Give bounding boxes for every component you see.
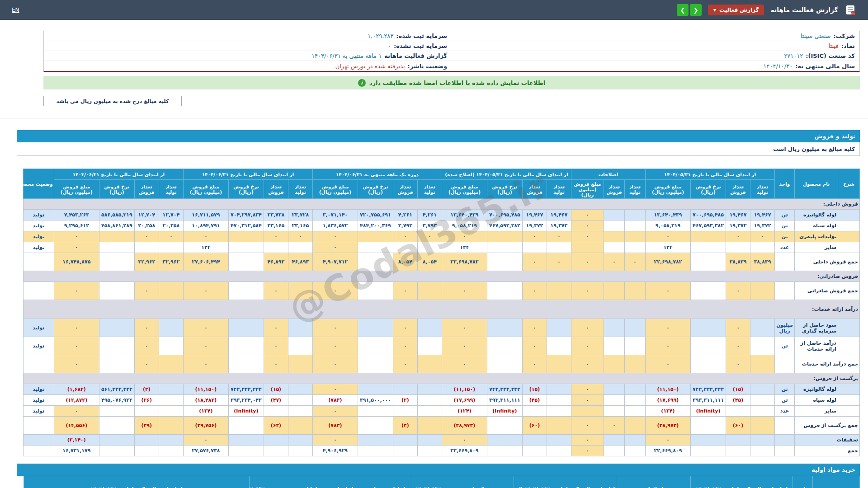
table-cell: ۱,۸۳۶,۵۷۲ bbox=[312, 221, 358, 231]
table-cell bbox=[358, 446, 393, 456]
table-cell: ۲۰,۲۵۸ bbox=[159, 221, 183, 231]
table-cell bbox=[417, 406, 442, 417]
table-cell: ۰ bbox=[312, 242, 358, 253]
table-cell bbox=[604, 319, 624, 337]
table-cell: عدد bbox=[775, 406, 795, 417]
table-cell: (۱۷,۶۹۹) bbox=[645, 395, 690, 406]
table-cell bbox=[604, 406, 624, 417]
info-value: فپنتا bbox=[829, 42, 839, 49]
table-cell bbox=[358, 242, 393, 253]
horizontal-divider bbox=[0, 118, 868, 118]
table-cell bbox=[264, 242, 288, 253]
report-type-button[interactable]: گزارش فعالیت ▾ bbox=[708, 5, 764, 15]
table-cell bbox=[134, 446, 159, 456]
table-cell bbox=[99, 446, 134, 456]
table-cell: ۰ bbox=[442, 355, 487, 373]
table-cell: ۰ bbox=[312, 282, 358, 300]
table-cell bbox=[264, 435, 288, 446]
table-cell: ۲۲,۶۶۹,۸۰۹ bbox=[645, 446, 690, 456]
column-subheader: تعداد فروش bbox=[726, 180, 750, 199]
column-subheader: تعداد فروش bbox=[264, 180, 288, 199]
row-discounts: تخفیفات۰۰۰۰۰(۳,۱۴۰) bbox=[23, 435, 859, 446]
table-cell: فروش داخلی: bbox=[23, 199, 859, 210]
table-cell bbox=[775, 355, 795, 373]
info-value: صنعتي سپنتا bbox=[801, 33, 831, 39]
table-cell: سایر bbox=[795, 406, 838, 417]
table-cell: ۰ bbox=[726, 231, 750, 242]
table-cell: ۰ bbox=[522, 231, 547, 242]
table-cell: ۰ bbox=[264, 337, 288, 355]
table-cell: لوله سیاه bbox=[795, 395, 838, 406]
table-cell: ۹,۰۵۸,۲۱۹ bbox=[645, 221, 690, 231]
column-subheader: مبلغ فروش (میلیون ریال) bbox=[54, 180, 99, 199]
info-label: سرمایه ثبت شده: bbox=[396, 33, 447, 39]
table-cell: ۰ bbox=[750, 231, 775, 242]
table-cell bbox=[604, 210, 624, 221]
table-cell: ۲۳,۷۲۸ bbox=[288, 210, 312, 221]
column-header: نام محصول bbox=[795, 169, 838, 199]
column-subheader: تعداد تولید bbox=[547, 180, 571, 199]
info-label: شرکت: bbox=[834, 33, 855, 39]
banner-text: اطلاعات نمایش داده شده با اطلاعات امضا ش… bbox=[369, 80, 546, 86]
column-subheader: تعداد تولید bbox=[750, 180, 775, 199]
table-cell bbox=[358, 435, 393, 446]
table-cell bbox=[23, 446, 54, 456]
table-cell: ۲۲,۶۹۸,۷۸۲ bbox=[442, 253, 487, 271]
table-cell: ۱۹,۴۶۷ bbox=[522, 210, 547, 221]
table-cell: ۴,۲۶۱ bbox=[393, 210, 417, 221]
section-row-export-sales: فروش صادراتی: bbox=[23, 271, 859, 282]
table-cell bbox=[393, 406, 417, 417]
table-cell: (۱۵) bbox=[264, 384, 288, 395]
table-cell bbox=[99, 253, 134, 271]
info-label: وضعیت ناشر: bbox=[408, 63, 447, 70]
table-cell bbox=[624, 406, 645, 417]
table-cell: ۳۸,۸۳۹ bbox=[726, 253, 750, 271]
table-cell: ۱۹,۳۷۲ bbox=[726, 221, 750, 231]
table-cell: ۷۲۰,۷۵۵,۶۹۱ bbox=[358, 210, 393, 221]
table-cell: ۳۹۳,۳۱۱,۱۱۱ bbox=[487, 395, 522, 406]
row-total-services-income: جمع درآمد ارائه خدمات۰۰۰۰۰۰۰۰۰۰۰ bbox=[23, 355, 859, 373]
next-period-button[interactable]: ❯ bbox=[690, 4, 702, 16]
table-cell: ۲۳,۱۶۵ bbox=[288, 221, 312, 231]
table-cell bbox=[624, 231, 645, 242]
previous-period-button[interactable]: ❮ bbox=[677, 4, 689, 16]
table-cell bbox=[691, 231, 726, 242]
table-cell: ۱۲۴ bbox=[442, 242, 487, 253]
table-cell: (۱,۶۸۴) bbox=[54, 384, 99, 395]
table-cell: ۰ bbox=[645, 231, 690, 242]
table-cell bbox=[522, 406, 547, 417]
table-cell: ۴۹۵,۰۷۶,۹۲۳ bbox=[99, 395, 134, 406]
table-cell bbox=[487, 242, 522, 253]
column-subheader: مبلغ فروش (میلیون ریال) bbox=[183, 180, 228, 199]
column-subheader: مبلغ فروش (میلیون ریال) bbox=[645, 180, 690, 199]
table-cell: ۴۶,۸۹۳ bbox=[264, 253, 288, 271]
table-cell bbox=[228, 435, 264, 446]
table-cell: تن bbox=[775, 231, 795, 242]
table-cell bbox=[393, 384, 417, 395]
table-cell bbox=[838, 231, 860, 242]
info-value: ۱,۰۲۹,۲۸۳ bbox=[368, 33, 393, 39]
table-cell: (۲۹,۷۵۶) bbox=[183, 417, 228, 435]
table-cell bbox=[624, 395, 645, 406]
table-cell: تخفیفات bbox=[795, 435, 860, 446]
table-cell bbox=[547, 282, 571, 300]
row-investment-profit: سود حاصل از سرمایه گذاریمیلیون ریال۰۰۰۰۰… bbox=[23, 319, 859, 337]
table-cell bbox=[624, 242, 645, 253]
table-cell: ۰ bbox=[571, 282, 604, 300]
info-label: سرمایه ثبت نشده: bbox=[394, 42, 447, 49]
row-other-domestic: سایرعدد۱۲۴۱۲۴۰۱۲۴۰تولید bbox=[23, 242, 859, 253]
info-value: ۱ ماهه منتهی به ۱۴۰۴/۰۶/۳۱ bbox=[311, 52, 382, 59]
table-cell bbox=[750, 242, 775, 253]
table-cell: تن bbox=[775, 210, 795, 221]
english-language-link[interactable]: EN bbox=[12, 7, 19, 13]
table-cell: ۱۹,۳۷۲ bbox=[547, 221, 571, 231]
table-cell: ۰ bbox=[571, 435, 604, 446]
column-group-header: از ابتدای سال مالی تا تاریخ ۱۴۰۴/۰۵/۳۱ (… bbox=[442, 169, 571, 180]
table-cell: ۰ bbox=[54, 242, 99, 253]
table-cell bbox=[358, 337, 393, 355]
section-row-sales-returns: برگشت از فروش: bbox=[23, 373, 859, 384]
column-header: شرح bbox=[838, 169, 860, 199]
table-cell: تن bbox=[775, 384, 795, 395]
table-cell: ۰ bbox=[522, 253, 547, 271]
table-cell bbox=[99, 355, 134, 373]
